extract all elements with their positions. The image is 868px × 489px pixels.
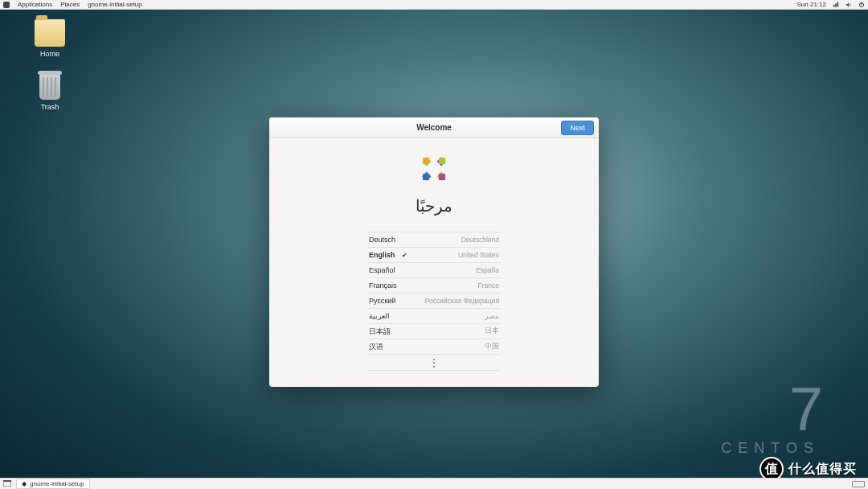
window-title: Welcome xyxy=(416,123,452,132)
svg-rect-9 xyxy=(423,174,429,180)
language-row[interactable]: English✔United States xyxy=(367,248,501,263)
language-country: مصر xyxy=(485,312,499,320)
svg-rect-8 xyxy=(439,174,445,180)
language-country: France xyxy=(478,281,499,290)
language-country: United States xyxy=(458,251,499,259)
language-row[interactable]: العربيةمصر xyxy=(367,309,501,324)
volume-icon[interactable] xyxy=(845,2,852,8)
top-menu-bar: Applications Places gnome-initial-setup … xyxy=(0,0,868,10)
power-icon[interactable] xyxy=(858,2,865,8)
trash-icon xyxy=(39,74,60,100)
language-name: Français xyxy=(369,281,397,290)
desktop-icons: Home Trash xyxy=(26,19,74,111)
os-brand: 7 CENTOS xyxy=(721,382,820,457)
language-name: العربية xyxy=(369,312,390,320)
show-desktop-icon[interactable] xyxy=(3,480,11,488)
window-body: مرحبًا DeutschDeutschlandEnglish✔United … xyxy=(269,138,599,387)
os-name: CENTOS xyxy=(721,440,820,457)
language-country: 中国 xyxy=(485,342,499,351)
menu-app-title[interactable]: gnome-initial-setup xyxy=(88,1,142,8)
desktop-icon-label: Home xyxy=(40,50,59,58)
taskbar-item-initial-setup[interactable]: ◆ gnome-initial-setup xyxy=(16,479,90,489)
desktop-icon-home[interactable]: Home xyxy=(26,19,74,58)
menu-places[interactable]: Places xyxy=(60,1,80,8)
language-row[interactable]: РусскийРоссийская Федерация xyxy=(367,294,501,309)
more-languages-button[interactable]: ⋮ xyxy=(367,355,501,371)
desktop-icon-label: Trash xyxy=(41,103,59,111)
clock[interactable]: Sun 21:12 xyxy=(797,1,826,8)
language-row[interactable]: FrançaisFrance xyxy=(367,278,501,294)
initial-setup-window: Welcome Next مرحبًا DeutschDeutschlandEn… xyxy=(269,117,599,387)
menu-applications[interactable]: Applications xyxy=(18,1,52,8)
language-row[interactable]: DeutschDeutschland xyxy=(367,232,501,248)
language-row[interactable]: EspañolEspaña xyxy=(367,263,501,278)
svg-rect-7 xyxy=(439,158,445,164)
folder-icon xyxy=(35,19,65,47)
checkmark-icon: ✔ xyxy=(402,252,407,259)
desktop-icon-trash[interactable]: Trash xyxy=(26,74,74,111)
bottom-taskbar: ◆ gnome-initial-setup xyxy=(0,478,868,489)
os-version: 7 xyxy=(721,382,820,437)
language-name: English xyxy=(369,251,395,259)
network-icon[interactable] xyxy=(833,2,839,8)
centos-logo-icon xyxy=(418,153,450,185)
language-list: DeutschDeutschlandEnglish✔United StatesE… xyxy=(367,232,501,371)
task-app-icon: ◆ xyxy=(22,480,27,487)
language-name: Deutsch xyxy=(369,236,395,244)
svg-rect-6 xyxy=(423,158,429,164)
language-country: España xyxy=(476,266,499,274)
language-country: 日本 xyxy=(485,327,499,336)
language-name: 汉语 xyxy=(369,342,383,352)
task-label: gnome-initial-setup xyxy=(30,480,84,487)
taskbar-tray-icon[interactable] xyxy=(852,481,865,487)
activities-icon[interactable] xyxy=(3,2,10,8)
watermark-text: 什么值得买 xyxy=(788,461,857,478)
language-country: Российская Федерация xyxy=(425,297,499,305)
window-header: Welcome Next xyxy=(269,117,599,138)
language-name: Español xyxy=(369,266,395,274)
welcome-greeting: مرحبًا xyxy=(269,196,599,216)
svg-rect-11 xyxy=(3,480,11,482)
language-name: 日本語 xyxy=(369,327,391,337)
language-row[interactable]: 日本語日本 xyxy=(367,324,501,339)
language-country: Deutschland xyxy=(461,236,499,244)
next-button[interactable]: Next xyxy=(561,121,594,135)
language-name: Русский xyxy=(369,297,395,305)
language-row[interactable]: 汉语中国 xyxy=(367,339,501,355)
